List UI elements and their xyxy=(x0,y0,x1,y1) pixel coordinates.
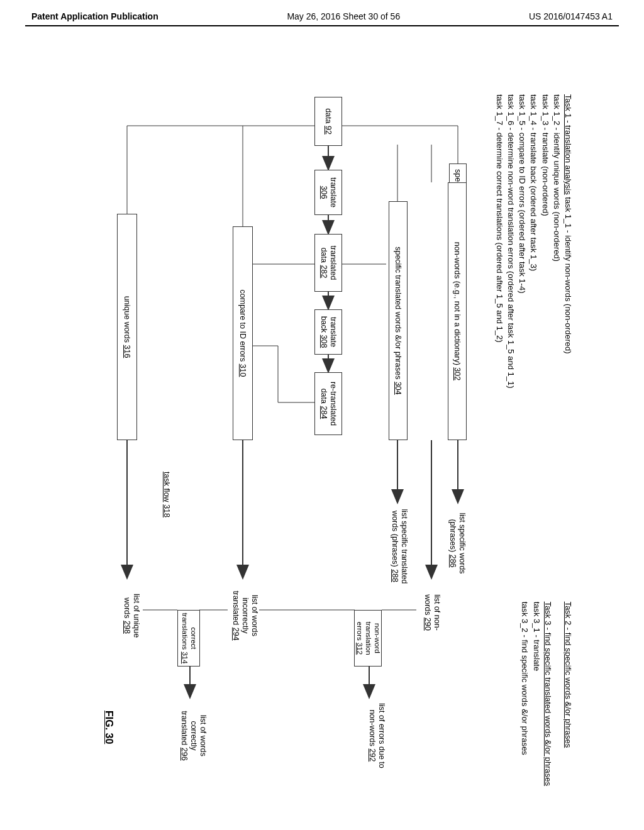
header-right: US 2016/0147453 A1 xyxy=(529,11,613,21)
box-retranslated: re-translated data 284 xyxy=(314,372,342,435)
arrows-svg xyxy=(70,88,467,792)
box-specific-translated: specific translated words &/or phrases 3… xyxy=(389,201,408,440)
out-list-specific-translated: list specific translated words (phrases)… xyxy=(390,506,409,587)
header-center: May 26, 2016 Sheet 30 of 56 xyxy=(287,11,400,21)
figure-number: FIG. 30 xyxy=(103,711,114,744)
task1-item2: task 1_3 - translate (non-ordered) xyxy=(539,94,550,389)
page-header: Patent Application Publication May 26, 2… xyxy=(0,0,644,25)
figure-rotated: Task 1 - translation analysis task 1_1 -… xyxy=(70,88,574,792)
box-nonword-err: non-word translation errors 312 xyxy=(354,610,382,667)
box-correct-trans: correct translations 314 xyxy=(177,610,200,667)
box-compare: compare to ID errors 310 xyxy=(233,226,253,440)
box-translated-data: translated data 282 xyxy=(314,234,342,292)
header-divider xyxy=(25,25,619,26)
out-list-unique: list of unique words 298 xyxy=(122,581,141,650)
out-list-incorrect: list of words incorrectly translated 294 xyxy=(231,581,259,650)
task1-col: Task 1 - translation analysis task 1_1 -… xyxy=(494,94,574,389)
figure: Task 1 - translation analysis task 1_1 -… xyxy=(70,88,574,792)
box-non-words: non-words (e.g., not in a dictionary) 30… xyxy=(448,182,467,440)
task-lists: Task 1 - translation analysis task 1_1 -… xyxy=(494,94,574,786)
flow-diagram: specific words &/or phrases 300 non-word… xyxy=(70,88,467,792)
task3-item0: task 3_1 - translate xyxy=(530,602,541,786)
box-data: data 92 xyxy=(314,97,342,146)
header-left: Patent Application Publication xyxy=(31,11,158,21)
task3-item1: task 3_2 - find specific words &/or phra… xyxy=(519,602,530,786)
task1-item1: task 1_2 - identify unique words (non-or… xyxy=(551,94,562,389)
box-translate: translate306 xyxy=(314,170,342,215)
out-list-correct: list of words correctly translated 296 xyxy=(179,701,208,770)
task1-item0: task 1_1 - identify non-words (non-order… xyxy=(564,197,573,353)
box-unique-words: unique words 316 xyxy=(117,214,137,440)
task2-title: Task 2 - find specific words &/or phrase… xyxy=(562,602,574,786)
task1-item3: task 1_4 - translate back (ordered after… xyxy=(528,94,539,389)
task3-title: Task 3 - find specific translated words … xyxy=(542,602,553,786)
task1-item6: task 1_7 - determine correct translation… xyxy=(494,94,505,389)
box-translate-back: translate back 308 xyxy=(314,309,342,355)
out-list-specific-words: list specific words (phrases) 286 xyxy=(448,506,467,581)
task1-title: Task 1 - translation analysis xyxy=(564,94,573,195)
task23-col: Task 2 - find specific words &/or phrase… xyxy=(494,602,574,786)
out-list-nonwords: list of non-words 290 xyxy=(423,581,441,644)
task1-item4: task 1_5 - compare to ID errors (ordered… xyxy=(516,94,528,389)
task1-item5: task 1_6 - determine non-word translatio… xyxy=(505,94,516,389)
out-list-err-nonwords: list of errors due to non-words 292 xyxy=(367,701,386,770)
taskflow-label: task flow 318 xyxy=(162,472,171,517)
